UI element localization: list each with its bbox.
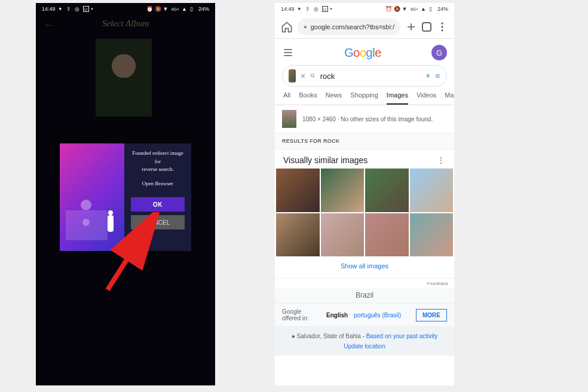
kebab-menu-icon[interactable]	[436, 21, 448, 33]
match-thumbnail	[282, 110, 296, 128]
result-image[interactable]	[365, 213, 409, 257]
similar-images-title: Visually similar images	[283, 155, 368, 165]
home-icon[interactable]	[281, 21, 293, 33]
location-basis-link[interactable]: - Based on your past activity	[361, 333, 437, 339]
more-button[interactable]: MORE	[416, 309, 447, 321]
battery-icon: ▯	[429, 6, 435, 12]
lang-english[interactable]: English	[326, 312, 348, 318]
language-row: Google offered in: English português (Br…	[275, 304, 454, 327]
tab-videos[interactable]: Videos	[416, 91, 436, 105]
svg-line-11	[313, 76, 314, 78]
search-icon[interactable]	[310, 71, 316, 81]
svg-point-6	[441, 29, 443, 31]
dot-icon: •	[91, 6, 97, 12]
sync-icon: ◎	[75, 6, 81, 12]
image-match-row[interactable]: 1080 × 2460 · No other sizes of this ima…	[275, 105, 454, 133]
mic-icon[interactable]	[425, 71, 431, 81]
similar-images-grid	[275, 169, 454, 256]
share-icon: ⇪	[66, 6, 72, 12]
sync-icon: ◎	[314, 6, 320, 12]
result-image[interactable]	[410, 169, 454, 212]
mute-icon: 🔕	[155, 6, 161, 12]
status-bar: 14:49 ✦ ⇪ ◎ U • ⏰ 🔕 ▼ 4G+ ▲ ▯ 24%	[36, 3, 215, 15]
dot-icon: •	[330, 6, 336, 12]
signal-label: 4G+	[411, 7, 418, 11]
wifi-icon: ▼	[402, 6, 408, 12]
google-header: Google G	[275, 39, 454, 60]
tab-maps[interactable]: Maps	[445, 91, 454, 105]
phone-right: 14:49 ✦ ⇪ ◎ U • ⏰ 🔕 ▼ 4G+ ▲ ▯ 24% google…	[275, 3, 454, 385]
battery-icon: ▯	[190, 6, 196, 12]
lang-portuguese[interactable]: português (Brasil)	[354, 312, 401, 318]
result-image[interactable]	[321, 169, 365, 212]
url-text: google.com/search?tbs=sbi:/	[311, 23, 394, 30]
status-time: 14:49	[281, 6, 295, 12]
update-location-link[interactable]: Update location	[282, 339, 447, 350]
redirect-modal: Founded redirect image for reverse searc…	[60, 143, 191, 251]
signal-icon: ▲	[421, 6, 427, 12]
svg-point-4	[441, 22, 443, 24]
battery-label: 24%	[437, 6, 448, 12]
tab-images[interactable]: Images	[387, 91, 408, 105]
svg-rect-13	[436, 75, 439, 77]
feedback-link[interactable]: Feedback	[275, 278, 454, 287]
signal-icon: ▲	[182, 6, 188, 12]
result-image[interactable]	[365, 169, 409, 212]
search-input[interactable]	[320, 72, 421, 81]
browser-toolbar: google.com/search?tbs=sbi:/	[275, 15, 454, 39]
select-album-screen: ← Select Album Founded redirect image fo…	[36, 3, 215, 385]
signal-label: 4G+	[172, 7, 179, 11]
app-u-icon: U	[83, 6, 89, 12]
result-image[interactable]	[276, 169, 320, 212]
svg-point-5	[441, 26, 443, 27]
overflow-icon[interactable]: ⋮	[436, 155, 446, 165]
result-image[interactable]	[276, 213, 320, 257]
status-bar: 14:49 ✦ ⇪ ◎ U • ⏰ 🔕 ▼ 4G+ ▲ ▯ 24%	[275, 3, 454, 15]
camera-icon[interactable]	[435, 71, 440, 81]
google-logo[interactable]: Google	[344, 46, 381, 60]
search-tabs: All Books News Shopping Images Videos Ma…	[275, 87, 454, 105]
search-chip-thumbnail	[289, 69, 296, 82]
ok-button[interactable]: OK	[131, 197, 185, 212]
slack-icon: ✦	[58, 6, 64, 12]
app-u-icon: U	[322, 6, 328, 12]
svg-rect-12	[427, 74, 428, 76]
similar-images-header: Visually similar images ⋮	[275, 149, 454, 169]
battery-label: 24%	[198, 6, 209, 12]
result-image[interactable]	[321, 213, 365, 257]
modal-message: Founded redirect image for reverse searc…	[132, 149, 183, 188]
location-row: ● Salvador, State of Bahia - Based on yo…	[275, 327, 454, 356]
chip-clear-icon[interactable]: ×	[301, 71, 305, 81]
search-bar[interactable]: ×	[282, 65, 447, 87]
account-avatar[interactable]: G	[431, 45, 447, 60]
svg-point-10	[311, 74, 314, 77]
slack-icon: ✦	[297, 6, 303, 12]
results-for-label: RESULTS FOR ROCK	[275, 133, 454, 149]
new-tab-icon[interactable]	[405, 21, 417, 33]
url-bar[interactable]: google.com/search?tbs=sbi:/	[298, 19, 400, 35]
phone-left: 14:49 ✦ ⇪ ◎ U • ⏰ 🔕 ▼ 4G+ ▲ ▯ 24% ← Sele…	[36, 3, 215, 385]
share-icon: ⇪	[305, 6, 311, 12]
language-label: Google offered in:	[282, 308, 320, 321]
hamburger-icon[interactable]	[282, 47, 294, 59]
country-label: Brazil	[275, 287, 454, 304]
modal-illustration	[60, 143, 124, 251]
alarm-icon: ⏰	[385, 6, 391, 12]
alarm-icon: ⏰	[146, 6, 152, 12]
tab-books[interactable]: Books	[299, 91, 317, 105]
cancel-button[interactable]: CANCEL	[131, 215, 185, 229]
match-size-text: 1080 × 2460 · No other sizes of this ima…	[302, 116, 433, 122]
wifi-icon: ▼	[163, 6, 169, 12]
tab-news[interactable]: News	[326, 91, 342, 105]
svg-point-14	[437, 75, 439, 76]
result-image[interactable]	[410, 213, 454, 257]
mute-icon: 🔕	[394, 6, 400, 12]
lock-icon	[304, 22, 307, 32]
location-text: ● Salvador, State of Bahia	[292, 333, 361, 339]
tab-all[interactable]: All	[283, 91, 290, 105]
status-time: 14:49	[42, 6, 56, 12]
tabs-icon[interactable]	[422, 22, 431, 32]
tab-shopping[interactable]: Shopping	[350, 91, 378, 105]
show-all-link[interactable]: Show all images	[275, 256, 454, 278]
